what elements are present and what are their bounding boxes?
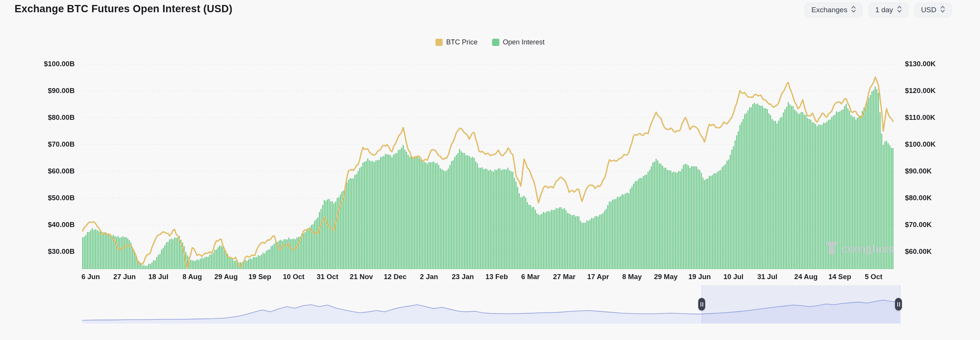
right-axis-tick-label: $90.00K [905,167,932,176]
navigator-left-handle[interactable] [698,298,705,311]
exchanges-dropdown-label: Exchanges [811,6,847,14]
legend-item-btc-price[interactable]: BTC Price [435,38,477,46]
left-axis-tick-label: $100.00B [4,59,75,69]
right-axis-tick-label: $70.00K [905,220,932,229]
x-axis-tick-label: 5 Oct [849,272,898,281]
left-axis-tick-label: $50.00B [4,193,75,203]
coinglass-open-interest-page: Exchange BTC Futures Open Interest (USD)… [0,0,980,340]
right-axis-tick-label: $80.00K [905,193,932,203]
left-axis-tick-label: $80.00B [4,113,75,122]
right-axis-tick-label: $60.00K [905,247,932,256]
left-axis-tick-label: $90.00B [4,86,75,95]
chart-legend: BTC PriceOpen Interest [435,38,544,46]
legend-item-open-interest[interactable]: Open Interest [492,38,544,46]
right-axis-tick-label: $130.00K [905,59,936,69]
currency-dropdown[interactable]: USD [915,3,952,17]
legend-label: Open Interest [503,38,544,46]
left-axis-tick-label: $70.00B [4,140,75,149]
right-axis-tick-label: $110.00K [905,113,935,122]
right-axis-tick-label: $120.00K [905,86,936,95]
chevron-updown-icon [851,5,856,15]
left-axis-tick-label: $40.00B [4,220,75,229]
left-axis-tick-label: $60.00B [4,167,75,176]
interval-dropdown[interactable]: 1 day [869,3,908,17]
navigator-right-handle[interactable] [895,298,902,311]
chevron-updown-icon [940,5,945,15]
chevron-updown-icon [897,5,902,15]
legend-swatch [492,39,499,46]
page-title: Exchange BTC Futures Open Interest (USD) [15,3,232,15]
legend-swatch [435,39,443,46]
currency-dropdown-label: USD [921,6,936,14]
chart-controls: Exchanges 1 day USD [805,3,952,17]
right-axis-tick-label: $100.00K [905,140,936,149]
legend-label: BTC Price [446,38,477,46]
left-axis-tick-label: $30.00B [4,247,75,256]
interval-dropdown-label: 1 day [875,6,893,14]
navigator-window[interactable] [702,285,900,324]
exchanges-dropdown[interactable]: Exchanges [805,3,862,17]
